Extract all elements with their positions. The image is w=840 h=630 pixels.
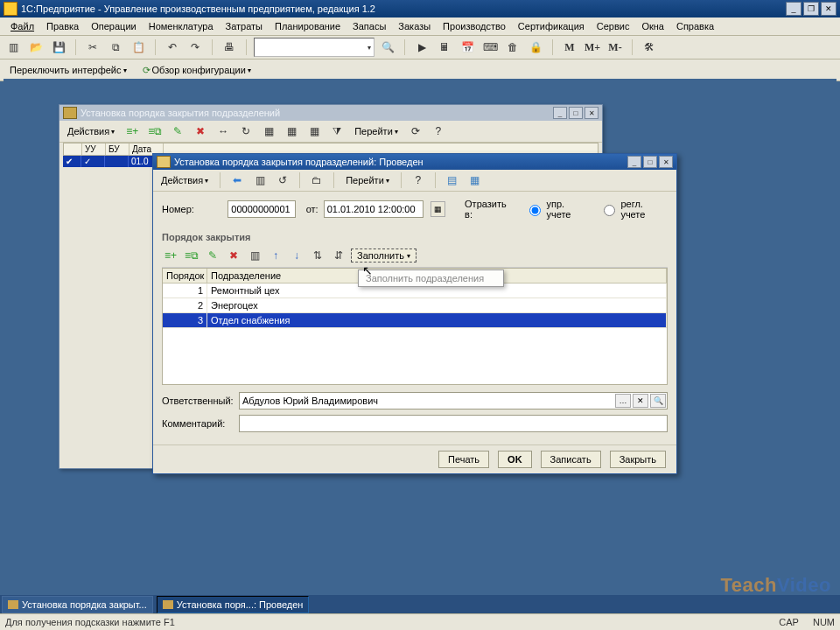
menu-windows[interactable]: Окна (636, 19, 669, 33)
filter1-icon[interactable]: ▦ (259, 122, 278, 141)
trash-icon[interactable]: 🗑 (503, 38, 522, 57)
table-row[interactable]: 3 Отдел снабжения (163, 313, 667, 328)
bg-window-titlebar[interactable]: Установка порядка закрытия подразделений… (60, 105, 602, 121)
ok-button[interactable]: OK (498, 451, 532, 468)
tools-icon[interactable]: 🛠 (640, 38, 659, 57)
help-icon[interactable]: ? (429, 122, 448, 141)
menu-help[interactable]: Справка (671, 19, 719, 33)
copy-icon[interactable]: ⧉ (106, 38, 125, 57)
bg-min-button[interactable]: _ (553, 107, 567, 119)
add-copy-icon[interactable]: ≡⧉ (145, 122, 164, 141)
new-icon[interactable]: ▥ (4, 38, 23, 57)
settings1-icon[interactable]: ▤ (443, 171, 462, 190)
cut-icon[interactable]: ✂ (83, 38, 102, 57)
radio-mgmt[interactable]: упр. учете (525, 199, 589, 220)
print-icon[interactable]: 🖶 (220, 38, 239, 57)
select-icon[interactable]: … (615, 394, 631, 408)
save-button[interactable]: Записать (541, 451, 601, 468)
menu-nomenclature[interactable]: Номенклатура (144, 19, 219, 33)
print-button[interactable]: Печать (438, 451, 489, 468)
redo-icon[interactable]: ↷ (186, 38, 205, 57)
settings2-icon[interactable]: ▦ (466, 171, 485, 190)
modal-titlebar[interactable]: Установка порядка закрытия подразделений… (153, 154, 676, 170)
refresh-icon[interactable]: ↻ (236, 122, 256, 141)
bg-max-button[interactable]: □ (569, 107, 583, 119)
row-add-icon[interactable]: ≡+ (162, 247, 179, 264)
config-overview-button[interactable]: ⟳Обзор конфигурации▾ (138, 62, 256, 79)
funnel-icon[interactable]: ⧩ (327, 122, 346, 141)
edit-icon[interactable]: ✎ (168, 122, 187, 141)
menu-production[interactable]: Производство (438, 19, 511, 33)
undo-icon[interactable]: ↶ (163, 38, 182, 57)
unpost-icon[interactable]: ↺ (273, 171, 292, 190)
row-copy-icon[interactable]: ≡⧉ (183, 247, 200, 264)
minimize-button[interactable]: _ (786, 2, 802, 16)
switch-interface-button[interactable]: Переключить интерфейс▾ (5, 62, 131, 78)
modal-actions-button[interactable]: Действия▾ (157, 172, 213, 188)
menu-edit[interactable]: Правка (41, 19, 84, 33)
delete-icon[interactable]: ✖ (191, 122, 210, 141)
calendar-icon[interactable]: 📅 (458, 38, 477, 57)
structure-icon[interactable]: 🗀 (307, 171, 326, 190)
menu-stocks[interactable]: Запасы (347, 19, 391, 33)
m-plus-button[interactable]: M+ (583, 38, 602, 57)
search-icon[interactable]: 🔍 (378, 38, 397, 57)
bg-close-button[interactable]: ✕ (584, 107, 598, 119)
paste-icon[interactable]: 📋 (129, 38, 148, 57)
responsible-input[interactable]: Абдулов Юрий Владимирович … ✕ 🔍 (239, 392, 668, 410)
refresh2-icon[interactable]: ⟳ (406, 122, 425, 141)
row-edit-icon[interactable]: ✎ (204, 247, 221, 264)
combo-1[interactable]: ▾ (254, 38, 374, 57)
lock-icon[interactable]: 🔒 (526, 38, 545, 57)
modal-help-icon[interactable]: ? (409, 171, 428, 190)
row-delete-icon[interactable]: ✖ (225, 247, 242, 264)
menu-certification[interactable]: Сертификация (513, 19, 590, 33)
radio-reg[interactable]: регл. учете (599, 199, 668, 220)
menu-planning[interactable]: Планирование (270, 19, 346, 33)
repost-icon[interactable]: ▥ (250, 171, 270, 190)
m-minus-button[interactable]: M- (606, 38, 625, 57)
filter3-icon[interactable]: ▦ (304, 122, 324, 141)
menu-operations[interactable]: Операции (86, 19, 141, 33)
filter2-icon[interactable]: ▦ (282, 122, 301, 141)
col-order[interactable]: Порядок (163, 269, 207, 283)
modal-close-button[interactable]: ✕ (659, 156, 673, 168)
keyboard-icon[interactable]: ⌨ (480, 38, 500, 57)
menu-costs[interactable]: Затраты (220, 19, 269, 33)
bg-actions-button[interactable]: Действия▾ (63, 123, 119, 139)
menu-file[interactable]: Файл (5, 19, 39, 33)
modal-goto-button[interactable]: Перейти▾ (341, 172, 394, 188)
run-icon[interactable]: ▶ (412, 38, 431, 57)
task-modal-window[interactable]: Установка поря...: Проведен (157, 596, 310, 613)
menu-orders[interactable]: Заказы (393, 19, 436, 33)
save-icon[interactable]: 💾 (49, 38, 68, 57)
menu-service[interactable]: Сервис (592, 19, 635, 33)
move-icon[interactable]: ↔ (214, 122, 233, 141)
close-button[interactable]: Закрыть (610, 451, 666, 468)
row-end-icon[interactable]: ▥ (246, 247, 263, 264)
row-sort-asc-icon[interactable]: ⇅ (309, 247, 326, 264)
row-down-icon[interactable]: ↓ (288, 247, 305, 264)
row-up-icon[interactable]: ↑ (267, 247, 284, 264)
menu-item-fill-depts[interactable]: Заполнить подразделения (359, 270, 503, 286)
add-icon[interactable]: ≡+ (122, 122, 142, 141)
clear-icon[interactable]: ✕ (633, 394, 648, 408)
modal-max-button[interactable]: □ (643, 156, 657, 168)
date-picker-icon[interactable]: ▦ (430, 201, 445, 217)
fill-button[interactable]: Заполнить▾ (351, 248, 416, 262)
comment-input[interactable] (239, 415, 668, 432)
close-button[interactable]: ✕ (821, 2, 836, 16)
table-row[interactable]: 2 Энергоцех (163, 298, 667, 313)
restore-button[interactable]: ❐ (803, 2, 819, 16)
date-input[interactable]: 01.01.2010 12:00:00 (324, 200, 424, 218)
task-bg-window[interactable]: Установка порядка закрыт... (2, 596, 153, 613)
open-icon[interactable]: 📂 (26, 38, 46, 57)
row-sort-desc-icon[interactable]: ⇵ (330, 247, 347, 264)
open-ref-icon[interactable]: 🔍 (650, 394, 666, 408)
modal-min-button[interactable]: _ (627, 156, 641, 168)
bg-goto-button[interactable]: Перейти▾ (350, 123, 402, 139)
number-input[interactable]: 00000000001 (228, 200, 295, 218)
m-button[interactable]: M (560, 38, 579, 57)
post-icon[interactable]: ⬅ (228, 171, 247, 190)
calc-icon[interactable]: 🖩 (435, 38, 454, 57)
